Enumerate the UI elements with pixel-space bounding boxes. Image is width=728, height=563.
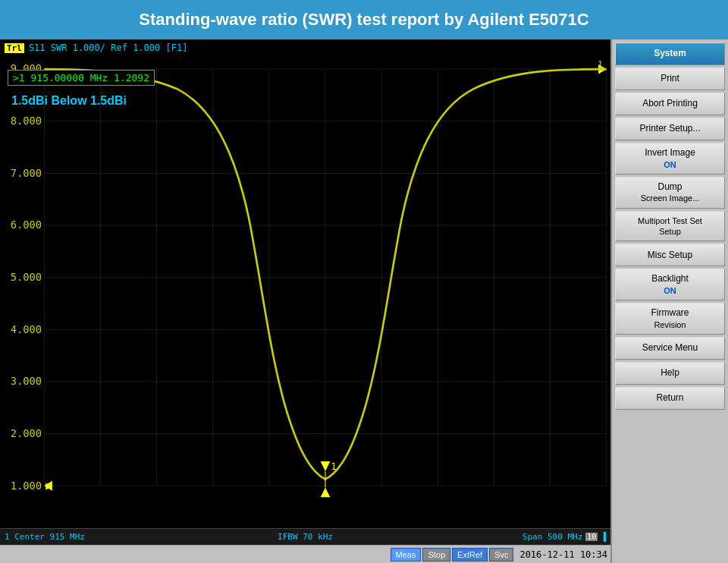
trace-label: Trl (5, 43, 24, 53)
extref-button[interactable]: ExtRef (452, 548, 488, 561)
firmware-sublabel: Revision (654, 319, 686, 330)
help-label: Help (661, 367, 679, 379)
print-button[interactable]: Print (615, 68, 725, 90)
chart-area: >1 915.00000 MHz 1.2092 1.5dBi Below 1.5… (0, 56, 610, 528)
dump-sublabel: Screen Image... (641, 193, 700, 203)
firmware-label: Firmware (651, 307, 689, 319)
service-menu-button[interactable]: Service Menu (615, 337, 725, 360)
backlight-sublabel: ON (664, 285, 676, 296)
datetime-display: 2016-12-11 10:34 (519, 549, 607, 560)
print-button-label: Print (661, 73, 679, 85)
stop-button[interactable]: Stop (422, 548, 450, 561)
dump-screen-button[interactable]: Dump Screen Image... (615, 177, 725, 209)
printer-setup-button[interactable]: Printer Setup... (615, 118, 725, 140)
multiport-label: Multiport Test SetSetup (638, 215, 702, 237)
page-title: Standing-wave ratio (SWR) test report by… (139, 10, 588, 30)
firmware-button[interactable]: Firmware Revision (615, 303, 725, 335)
right-panel: System Print Abort Printing Printer Setu… (610, 39, 728, 563)
svc-button[interactable]: Svc (489, 548, 513, 561)
span-value: Span 500 MHz (522, 532, 582, 542)
marker-info-box: >1 915.00000 MHz 1.2092 (8, 70, 155, 86)
dump-label: Dump (657, 181, 682, 193)
channel-indicator: 10 (585, 533, 598, 541)
misc-setup-button[interactable]: Misc Setup (615, 244, 725, 266)
chart-header: Trl S11 SWR 1.000/ Ref 1.000 [F1] (0, 39, 610, 56)
main-layout: Trl S11 SWR 1.000/ Ref 1.000 [F1] >1 915… (0, 39, 728, 563)
svg-text:1: 1 (331, 461, 336, 472)
trace-info: S11 SWR 1.000/ Ref 1.000 [F1] (29, 42, 188, 53)
meas-button[interactable]: Meas (391, 548, 422, 561)
abort-printing-label: Abort Printing (642, 98, 698, 110)
svg-text:▶: ▶ (46, 478, 52, 492)
svg-text:1: 1 (598, 59, 603, 70)
return-button[interactable]: Return (615, 387, 725, 410)
ifbw-label: IFBW 70 kHz (205, 532, 405, 542)
marker-value: >1 915.00000 MHz 1.2092 (13, 72, 149, 83)
center-freq-label: 1 Center 915 MHz (5, 532, 205, 542)
span-label: Span 500 MHz 10 ▐ (406, 532, 606, 542)
y-axis (0, 56, 42, 528)
misc-setup-label: Misc Setup (648, 250, 692, 262)
chart-svg: 9.000 8.000 7.000 6.000 5.000 4.000 3.00… (0, 56, 610, 528)
chart-container: Trl S11 SWR 1.000/ Ref 1.000 [F1] >1 915… (0, 39, 610, 563)
status-bar: Meas Stop ExtRef Svc 2016-12-11 10:34 (0, 545, 610, 563)
system-button-label: System (654, 48, 686, 60)
multiport-button[interactable]: Multiport Test SetSetup (615, 211, 725, 242)
backlight-label: Backlight (651, 273, 689, 285)
abort-printing-button[interactable]: Abort Printing (615, 93, 725, 115)
page-header: Standing-wave ratio (SWR) test report by… (0, 0, 728, 39)
return-label: Return (656, 392, 683, 404)
invert-image-label: Invert Image (645, 147, 695, 159)
chart-bottom-bar: 1 Center 915 MHz IFBW 70 kHz Span 500 MH… (0, 528, 610, 545)
help-button[interactable]: Help (615, 362, 725, 385)
invert-image-sublabel: ON (664, 159, 676, 170)
printer-setup-label: Printer Setup... (639, 123, 700, 135)
service-menu-label: Service Menu (642, 342, 698, 354)
system-button[interactable]: System (615, 42, 725, 65)
channel-marker: ▐ (601, 532, 606, 542)
backlight-button[interactable]: Backlight ON (615, 269, 725, 300)
invert-image-button[interactable]: Invert Image ON (615, 143, 725, 175)
